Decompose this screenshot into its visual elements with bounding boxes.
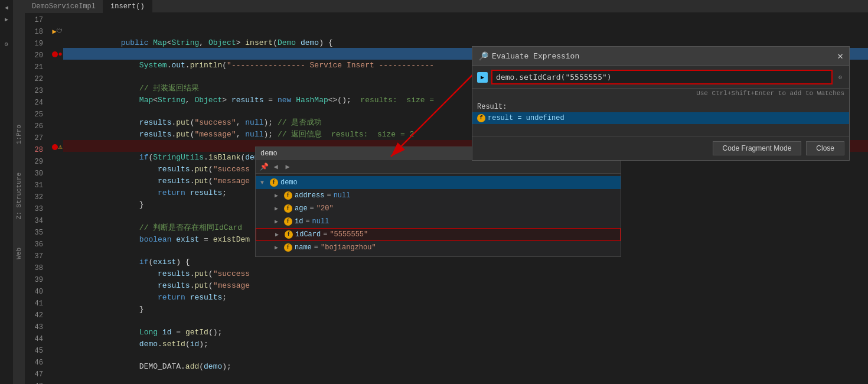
ln-24: 24 (27, 97, 47, 109)
gutter-33 (51, 199, 63, 211)
eval-result-row: f result = undefined (472, 112, 849, 124)
gutter-24 (51, 95, 63, 107)
ln-26: 26 (27, 121, 47, 132)
debug-item-age[interactable]: ▶ f age = "20" (256, 202, 621, 215)
idcard-varname: idCard (295, 230, 321, 239)
code-line-45 (63, 339, 868, 350)
ln-48: 48 (27, 380, 47, 384)
eval-code-fragment-button[interactable]: Code Fragment Mode (713, 141, 802, 155)
ln-27: 27 (27, 132, 47, 144)
debug-popup-content: ▼ f demo ▶ f address = null ▶ f age = "2 (256, 174, 621, 256)
ln-40: 40 (27, 286, 47, 298)
line-numbers: 17 18 19 20 21 22 23 24 25 26 27 28 29 3… (25, 13, 51, 384)
field-icon-demo: f (270, 178, 278, 187)
ln-38: 38 (27, 262, 47, 274)
address-val: null (334, 191, 351, 200)
eval-close-dialog-button[interactable]: Close (806, 141, 844, 155)
gutter-22 (51, 72, 63, 84)
gutter-25 (51, 107, 63, 119)
gutter-41 (51, 292, 63, 304)
sidebar-icon-2: ▶ (1, 14, 12, 25)
expand-address[interactable]: ▶ (275, 192, 282, 199)
expand-id[interactable]: ▶ (275, 218, 282, 225)
ln-18: 18 (27, 26, 47, 38)
vertical-tabs: 1:Pro Z: Structure Web (13, 0, 25, 384)
gutter-18: ▶ 🛡 (51, 26, 63, 38)
ln-22: 22 (27, 73, 47, 85)
tab-demoserviceimpl-label: DemoServiceImpl (32, 2, 96, 11)
debug-back-icon[interactable]: ◀ (271, 162, 280, 171)
ln-44: 44 (27, 333, 47, 345)
ln-45: 45 (27, 345, 47, 357)
ln-31: 31 (27, 180, 47, 191)
gutter-31 (51, 176, 63, 188)
code-line-40: return results; (63, 280, 868, 292)
gutter-40 (51, 280, 63, 292)
gutter-30 (51, 164, 63, 176)
expand-age[interactable]: ▶ (275, 205, 282, 212)
id-varname: id (295, 217, 303, 226)
ln-17: 17 (27, 14, 47, 26)
tab-insert[interactable]: insert() (103, 0, 152, 13)
editor-container: DemoServiceImpl insert() 17 18 19 20 21 … (25, 0, 868, 384)
expand-name[interactable]: ▶ (275, 244, 282, 251)
code-line-44: demo.setId(id); (63, 327, 868, 339)
idcard-val: "5555555" (329, 230, 368, 239)
debug-item-idcard[interactable]: ▶ f idCard = "5555555" (256, 228, 621, 241)
gutter-46 (51, 349, 63, 361)
gutter-32 (51, 187, 63, 199)
eval-buttons: Code Fragment Mode Close (472, 136, 849, 160)
debug-item-id[interactable]: ▶ f id = null (256, 215, 621, 228)
eval-add-watches-button[interactable]: ⊕ (836, 71, 844, 83)
code-line-18: public Map<String, Object> insert(Demo d… (63, 25, 868, 37)
eval-dialog-title-label: Evaluate Expression (492, 52, 579, 61)
ln-32: 32 (27, 191, 47, 203)
sidebar-left: ◀ ▶ ⚙ (0, 0, 13, 384)
gutter-17 (51, 14, 63, 26)
age-val: "20" (316, 204, 334, 213)
gutter-48 (51, 372, 63, 384)
ln-34: 34 (27, 215, 47, 227)
tab-bar: DemoServiceImpl insert() (25, 0, 868, 13)
debug-popup-toolbar: 📌 ◀ ▶ (256, 160, 621, 174)
eval-input-icon: ▶ (477, 72, 488, 83)
gutter-27 (51, 130, 63, 142)
vertical-tab-project[interactable]: 1:Pro (14, 122, 24, 147)
tab-demoserviceimpl[interactable]: DemoServiceImpl (25, 0, 103, 13)
demo-varname: demo (280, 178, 298, 187)
field-icon-age: f (284, 204, 292, 213)
debug-forward-icon[interactable]: ▶ (283, 162, 292, 171)
expand-idcard[interactable]: ▶ (275, 231, 282, 238)
ln-30: 30 (27, 168, 47, 180)
gutter-39 (51, 268, 63, 280)
ln-28: 28 (27, 144, 47, 156)
gutter-45 (51, 338, 63, 350)
name-eq: = (314, 243, 318, 252)
field-icon-id: f (284, 217, 292, 226)
gutter-20: ● (51, 49, 63, 61)
debug-popup: demo 📌 ◀ ▶ ▼ f demo ▶ f address = null (255, 147, 621, 257)
code-line-38: results.put("success (63, 256, 868, 268)
tab-insert-label: insert() (110, 2, 145, 11)
gutter-35 (51, 222, 63, 234)
vertical-tab-web[interactable]: Web (14, 245, 24, 262)
eval-hint: Use Ctrl+Shift+Enter to add to Watches (472, 89, 849, 99)
debug-pin-icon[interactable]: 📌 (259, 162, 269, 171)
ln-47: 47 (27, 369, 47, 380)
debug-item-demo[interactable]: ▼ f demo (256, 176, 621, 189)
code-line-41: } (63, 292, 868, 304)
gutter-47 (51, 361, 63, 373)
code-line-46: DEMO_DATA.add(demo); (63, 349, 868, 361)
field-icon-idcard: f (285, 230, 293, 239)
ln-36: 36 (27, 239, 47, 250)
debug-item-address[interactable]: ▶ f address = null (256, 189, 621, 202)
vertical-tab-structure[interactable]: Z: Structure (14, 170, 24, 222)
name-varname: name (295, 243, 312, 252)
ln-43: 43 (27, 321, 47, 333)
eval-expression-input[interactable] (491, 70, 833, 84)
eval-close-button[interactable]: ✕ (837, 50, 843, 62)
expand-demo[interactable]: ▼ (260, 180, 267, 186)
ln-29: 29 (27, 156, 47, 168)
debug-item-name[interactable]: ▶ f name = "bojiangzhou" (256, 241, 621, 254)
eval-dialog-titlebar: 🔎 Evaluate Expression ✕ (472, 47, 849, 66)
